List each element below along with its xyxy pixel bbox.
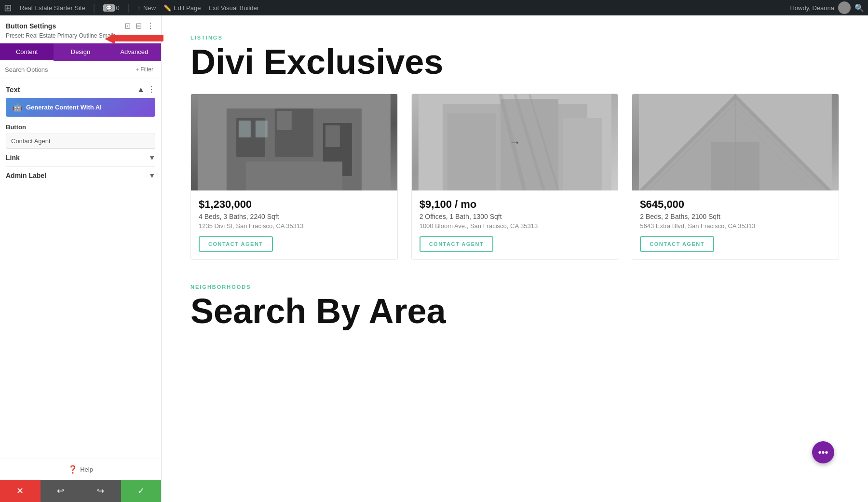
tab-advanced[interactable]: Advanced [108, 43, 161, 61]
listing-card: $1,230,000 4 Beds, 3 Baths, 2240 Sqft 12… [190, 94, 398, 260]
listing-details-2: 2 Offices, 1 Bath, 1300 Sqft [420, 213, 610, 220]
svg-rect-9 [326, 125, 340, 147]
text-section-header: Text ▲ ⋮ [6, 85, 155, 94]
red-bar [110, 35, 163, 41]
listing-address-3: 5643 Extra Blvd, San Fracisco, CA 35313 [640, 222, 831, 230]
admin-label-section-header[interactable]: Admin Label ▼ [6, 172, 155, 179]
admin-edit-page[interactable]: ✏️ Edit Page [163, 4, 201, 12]
plus-icon: + [137, 4, 141, 12]
tab-design[interactable]: Design [54, 43, 107, 61]
listing-body-3: $645,000 2 Beds, 2 Baths, 2100 Sqft 5643… [632, 190, 839, 259]
content-area: LISTINGS Divi Exclusives [162, 15, 868, 502]
listing-body-2: $9,100 / mo 2 Offices, 1 Bath, 1300 Sqft… [412, 190, 618, 259]
admin-search-icon[interactable]: 🔍 [854, 3, 864, 13]
admin-howdy: Howdy, Deanna [790, 4, 834, 12]
svg-rect-5 [246, 162, 342, 190]
contact-agent-button-2[interactable]: CONTACT AGENT [420, 236, 494, 252]
left-panel: Button Settings ⊡ ⊟ ⋮ Preset: Real Estat… [0, 15, 162, 502]
panel-content: Text ▲ ⋮ 🤖 Generate Content With AI Butt… [0, 78, 161, 459]
filter-button[interactable]: + Filter [133, 65, 156, 74]
listing-price-1: $1,230,000 [199, 198, 390, 211]
admin-label-title: Admin Label [6, 172, 46, 179]
svg-rect-7 [256, 121, 268, 137]
btn-settings-title: Button Settings [6, 22, 56, 30]
ai-generate-button[interactable]: 🤖 Generate Content With AI [6, 98, 155, 117]
listing-image-3 [632, 94, 839, 190]
svg-rect-12 [447, 113, 495, 190]
neighborhoods-title: Search By Area [190, 294, 839, 328]
floating-menu-button[interactable]: ••• [812, 441, 834, 463]
svg-rect-6 [239, 121, 251, 137]
listing-address-1: 1235 Divi St, San Fracisco, CA 35313 [199, 222, 390, 230]
svg-rect-14 [563, 118, 601, 190]
page-title: Divi Exclusives [190, 44, 839, 79]
link-chevron-icon: ▼ [149, 154, 155, 162]
admin-bar-right: Howdy, Deanna 🔍 [790, 1, 864, 14]
bottom-bar: ✕ ↩ ↪ ✓ [0, 480, 161, 502]
listings-label: LISTINGS [190, 35, 839, 41]
listing-image-1 [191, 94, 397, 190]
svg-rect-26 [711, 142, 760, 190]
save-button[interactable]: ✓ [121, 480, 162, 502]
link-section-title: Link [6, 154, 20, 162]
neighborhoods-label: NEIGHBORHOODS [190, 284, 839, 290]
avatar[interactable] [838, 1, 851, 14]
preset-label: Preset: Real Estate Primary Outline Smal… [6, 32, 113, 39]
listing-card-2: → $9,100 / mo 2 Offices, 1 Bath, 1300 Sq… [411, 94, 619, 260]
ai-icon: 🤖 [13, 103, 22, 112]
listing-body-1: $1,230,000 4 Beds, 3 Baths, 2240 Sqft 12… [191, 190, 397, 259]
admin-site-name[interactable]: Real Estate Starter Site [20, 4, 85, 12]
button-section: Button [6, 123, 155, 149]
admin-new[interactable]: + New [137, 4, 156, 12]
listing-price-3: $645,000 [640, 198, 831, 211]
text-section-menu-icon[interactable]: ⋮ [148, 85, 155, 94]
filter-plus-icon: + [136, 66, 139, 73]
neighborhoods-section: NEIGHBORHOODS Search By Area [190, 284, 839, 328]
listing-address-2: 1000 Bloom Ave., San Fracisco, CA 35313 [420, 222, 610, 230]
listing-image-2: → [412, 94, 618, 190]
listings-grid: $1,230,000 4 Beds, 3 Baths, 2240 Sqft 12… [190, 94, 839, 260]
contact-agent-button-3[interactable]: CONTACT AGENT [640, 236, 714, 252]
text-section-collapse-icon[interactable]: ▲ [137, 85, 145, 94]
search-input[interactable] [5, 66, 130, 73]
button-section-label: Button [6, 123, 155, 131]
listing-details-1: 4 Beds, 3 Baths, 2240 Sqft [199, 213, 390, 220]
admin-label-chevron-icon: ▼ [149, 172, 155, 179]
button-text-input[interactable] [6, 134, 155, 149]
link-section-header[interactable]: Link ▼ [6, 154, 155, 162]
admin-label-section: Admin Label ▼ [6, 166, 155, 184]
undo-button[interactable]: ↩ [41, 480, 81, 502]
listing-card-3: $645,000 2 Beds, 2 Baths, 2100 Sqft 5643… [632, 94, 839, 260]
red-arrow-indicator: ◀ [105, 30, 163, 46]
admin-exit-builder[interactable]: Exit Visual Builder [208, 4, 259, 12]
panel-tabs: Content Design Advanced [0, 43, 161, 61]
listing-details-3: 2 Beds, 2 Baths, 2100 Sqft [640, 213, 831, 220]
contact-agent-button-1[interactable]: CONTACT AGENT [199, 236, 273, 252]
pencil-icon: ✏️ [163, 4, 171, 12]
arrow-icon: → [509, 136, 520, 149]
link-section: Link ▼ [6, 149, 155, 166]
help-row[interactable]: ❓ Help [0, 459, 161, 480]
help-icon: ❓ [68, 465, 78, 474]
main-layout: Button Settings ⊡ ⊟ ⋮ Preset: Real Estat… [0, 15, 868, 502]
cancel-button[interactable]: ✕ [0, 480, 41, 502]
tab-content[interactable]: Content [0, 43, 54, 61]
admin-bar: ⊞ Real Estate Starter Site | 💬 0 | + New… [0, 0, 868, 15]
redo-button[interactable]: ↪ [81, 480, 121, 502]
admin-comments[interactable]: 💬 0 [103, 4, 120, 12]
svg-rect-8 [277, 111, 292, 130]
listing-price-2: $9,100 / mo [420, 198, 610, 211]
text-section-title: Text [6, 85, 20, 94]
wordpress-icon[interactable]: ⊞ [4, 2, 12, 14]
search-row: + Filter [0, 61, 161, 78]
comment-icon: 💬 [103, 4, 115, 12]
